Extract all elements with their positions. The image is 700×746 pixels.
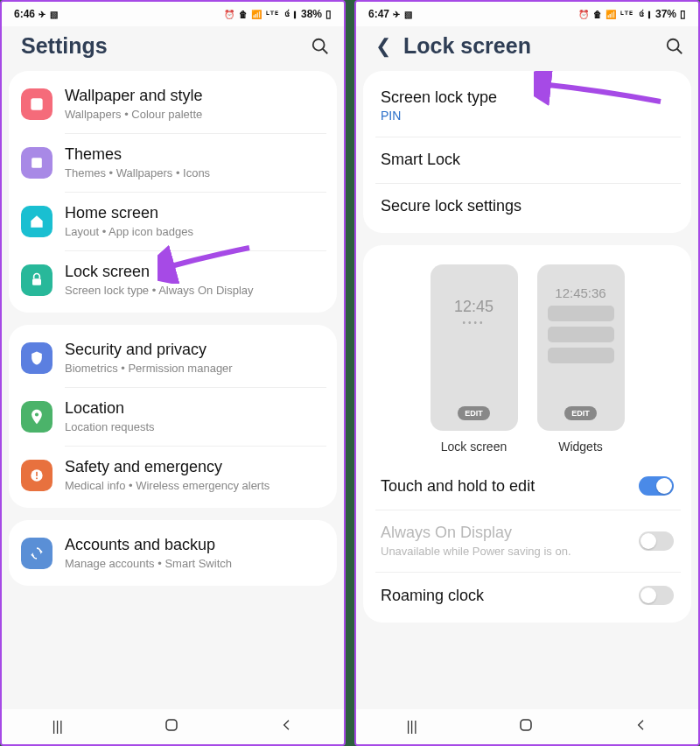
settings-item-lock-screen[interactable]: Lock screen Screen lock type • Always On… <box>9 250 337 309</box>
status-bar: 6:47 ✈ ▧ ⏰ 🗑 📶 ᴸᵀᴱ ᪕‖ 37% ▯ <box>356 2 698 26</box>
item-sub: Medical info • Wireless emergency alerts <box>65 479 325 492</box>
settings-screen: 6:46 ✈ ▧ ⏰ 🗑 📶 ᴸᵀᴱ ᪕‖ 38% ▯ Settings Wal… <box>0 0 346 746</box>
nav-recent[interactable]: ||| <box>52 719 62 735</box>
svg-rect-5 <box>32 278 41 285</box>
item-title: Always On Display <box>381 524 639 542</box>
widget-placeholder <box>548 327 614 342</box>
settings-item-safety[interactable]: Safety and emergency Medical info • Wire… <box>9 446 337 504</box>
edit-badge: EDIT <box>458 406 490 420</box>
settings-item-wallpaper[interactable]: Wallpaper and style Wallpapers • Colour … <box>9 74 337 133</box>
item-sub: Layout • App icon badges <box>65 225 325 238</box>
back-icon[interactable]: ❮ <box>375 35 391 58</box>
widget-placeholder <box>548 306 614 321</box>
home-icon <box>21 206 52 237</box>
settings-item-themes[interactable]: Themes Themes • Wallpapers • Icons <box>9 133 337 192</box>
settings-item-home-screen[interactable]: Home screen Layout • App icon badges <box>9 192 337 250</box>
preview-dots: •••• <box>462 318 485 327</box>
svg-point-6 <box>35 412 38 416</box>
svg-rect-13 <box>521 720 531 730</box>
settings-item-security[interactable]: Security and privacy Biometrics • Permis… <box>9 328 337 387</box>
item-sub: Themes • Wallpapers • Icons <box>65 166 325 179</box>
preview-widgets[interactable]: 12:45:36 EDIT Widgets <box>537 264 625 454</box>
lock-screen-previews: 12:45 •••• EDIT Lock screen 12:45:36 EDI… <box>363 249 691 462</box>
page-title: Settings <box>21 33 298 59</box>
item-secure-lock-settings[interactable]: Secure lock settings <box>363 183 691 229</box>
svg-line-1 <box>323 48 328 53</box>
lock-screen-settings: 6:47 ✈ ▧ ⏰ 🗑 📶 ᴸᵀᴱ ᪕‖ 37% ▯ ❮ Lock scree… <box>354 0 700 746</box>
toggle-touch-hold[interactable] <box>639 476 674 496</box>
battery-icon: ▯ <box>680 8 686 20</box>
status-bar: 6:46 ✈ ▧ ⏰ 🗑 📶 ᴸᵀᴱ ᪕‖ 38% ▯ <box>2 2 344 26</box>
settings-group: Security and privacy Biometrics • Permis… <box>9 325 337 508</box>
preview-lock-screen[interactable]: 12:45 •••• EDIT Lock screen <box>430 264 518 454</box>
item-screen-lock-type[interactable]: Screen lock type PIN <box>363 74 691 137</box>
preview-time: 12:45 <box>454 298 494 316</box>
item-smart-lock[interactable]: Smart Lock <box>363 137 691 183</box>
status-right-icons: ⏰ 🗑 📶 ᴸᵀᴱ ᪕‖ <box>224 10 298 19</box>
preview-label: Lock screen <box>441 440 507 454</box>
item-title: Safety and emergency <box>65 458 325 476</box>
item-sub: Unavailable while Power saving is on. <box>381 545 639 558</box>
status-left-icons: ✈ ▧ <box>393 10 413 19</box>
nav-home[interactable] <box>164 717 179 736</box>
status-battery: 38% <box>301 8 322 20</box>
wallpaper-icon <box>21 88 52 120</box>
accounts-icon <box>21 538 52 569</box>
svg-rect-2 <box>31 98 42 109</box>
lock-icon <box>21 264 52 296</box>
item-title: Screen lock type <box>381 88 674 107</box>
status-time: 6:47 <box>368 8 389 20</box>
settings-group: Screen lock type PIN Smart Lock Secure l… <box>363 71 691 233</box>
settings-item-accounts[interactable]: Accounts and backup Manage accounts • Sm… <box>9 524 337 582</box>
location-icon <box>21 401 52 433</box>
nav-recent[interactable]: ||| <box>406 719 416 735</box>
item-roaming-clock[interactable]: Roaming clock <box>363 572 691 619</box>
settings-group: Wallpaper and style Wallpapers • Colour … <box>9 71 337 313</box>
nav-bar: ||| <box>356 709 698 744</box>
lock-settings-list: Screen lock type PIN Smart Lock Secure l… <box>356 71 698 709</box>
safety-icon <box>21 460 52 491</box>
header: Settings <box>2 26 344 71</box>
page-title: Lock screen <box>403 33 653 59</box>
themes-icon <box>21 147 52 179</box>
settings-item-location[interactable]: Location Location requests <box>9 387 337 446</box>
item-title: Home screen <box>65 204 325 222</box>
item-sub: Wallpapers • Colour palette <box>65 108 325 121</box>
svg-rect-8 <box>36 471 38 475</box>
settings-group: Accounts and backup Manage accounts • Sm… <box>9 520 337 586</box>
nav-back[interactable] <box>634 718 648 735</box>
item-sub: Manage accounts • Smart Switch <box>65 557 325 570</box>
status-time: 6:46 <box>14 8 35 20</box>
item-title: Smart Lock <box>381 151 674 169</box>
svg-point-0 <box>313 39 325 50</box>
item-title: Themes <box>65 145 325 164</box>
svg-rect-10 <box>166 720 177 730</box>
svg-point-11 <box>668 39 679 50</box>
preview-time: 12:45:36 <box>555 285 606 300</box>
nav-home[interactable] <box>518 717 534 736</box>
settings-group: 12:45 •••• EDIT Lock screen 12:45:36 EDI… <box>363 245 691 623</box>
item-title: Roaming clock <box>381 587 639 605</box>
item-title: Accounts and backup <box>65 536 325 554</box>
item-sub: Screen lock type • Always On Display <box>65 284 325 297</box>
svg-line-12 <box>677 48 682 53</box>
item-title: Touch and hold to edit <box>381 477 639 496</box>
search-icon[interactable] <box>665 37 684 56</box>
shield-icon <box>21 342 52 374</box>
item-sub: PIN <box>381 109 674 123</box>
search-icon[interactable] <box>311 37 330 56</box>
settings-list: Wallpaper and style Wallpapers • Colour … <box>2 71 344 709</box>
toggle-roaming-clock[interactable] <box>639 586 674 605</box>
edit-badge: EDIT <box>564 406 597 420</box>
toggle-aod <box>639 531 674 551</box>
widget-placeholder <box>548 348 614 363</box>
item-sub: Location requests <box>65 420 325 433</box>
svg-rect-9 <box>36 477 38 479</box>
item-touch-hold-edit[interactable]: Touch and hold to edit <box>363 462 691 510</box>
item-sub: Biometrics • Permission manager <box>65 362 325 375</box>
status-battery: 37% <box>655 8 676 20</box>
item-title: Lock screen <box>65 263 325 281</box>
nav-back[interactable] <box>280 718 294 735</box>
nav-bar: ||| <box>2 709 344 744</box>
status-right-icons: ⏰ 🗑 📶 ᴸᵀᴱ ᪕‖ <box>578 10 652 19</box>
